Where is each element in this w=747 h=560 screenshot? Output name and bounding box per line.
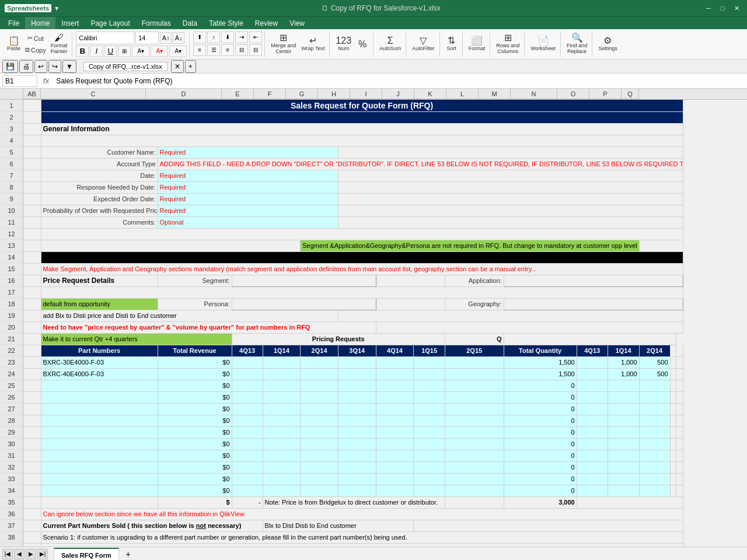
cell-r5-label[interactable]: Customer Name: (41, 146, 158, 158)
cell-r37-ab[interactable] (23, 520, 41, 531)
cell-r16-application-value[interactable] (504, 275, 683, 286)
cell-r24-ab[interactable] (23, 368, 41, 380)
row-num-2[interactable]: 2 (0, 111, 23, 123)
font-size-input[interactable] (135, 32, 159, 44)
cell-r6-value[interactable]: ADDING THIS FIELD - NEED A DROP DOWN "DI… (158, 158, 683, 170)
row-num-18[interactable]: 18 (0, 298, 23, 310)
rows-columns-button[interactable]: ⊞ Rows andColumns (494, 33, 522, 56)
cell-r22-part-num[interactable]: Part Numbers (41, 345, 158, 356)
cell-r24-e1[interactable] (670, 368, 676, 380)
find-replace-button[interactable]: 🔍 Find andReplace (564, 33, 589, 56)
font-shrink-button[interactable]: A↓ (173, 32, 184, 44)
row-num-25[interactable]: 25 (0, 380, 23, 391)
cell-r24-total-qty[interactable]: 1,500 (504, 368, 577, 380)
row-num-10[interactable]: 10 (0, 205, 23, 216)
font-grow-button[interactable]: A↑ (160, 32, 172, 44)
more-qa-button[interactable]: ▼ (62, 60, 76, 73)
justify-button[interactable]: ⊟ (235, 44, 248, 56)
menu-page-layout[interactable]: Page Layout (85, 17, 135, 30)
cell-r22-total-qty[interactable]: Total Quantity (504, 345, 577, 356)
cell-r18-persona-label[interactable]: Persona: (158, 298, 232, 310)
cell-r23-ab[interactable] (23, 356, 41, 368)
row-num-14[interactable]: 14 (0, 251, 23, 263)
underline-button[interactable]: U (104, 46, 117, 57)
align-right-button[interactable]: ≡ (221, 44, 234, 56)
col-header-f[interactable]: F (254, 89, 286, 99)
cell-r10-label[interactable]: Probability of Order with Requested Pric… (41, 205, 158, 216)
menu-data[interactable]: Data (177, 17, 203, 30)
cell-r12-ab[interactable] (23, 228, 41, 240)
cell-r4[interactable] (41, 135, 683, 146)
row-num-5[interactable]: 5 (0, 146, 23, 158)
col-header-h[interactable]: H (318, 89, 350, 99)
cell-r23-e2[interactable] (676, 356, 683, 368)
cell-r22-1q14[interactable]: 1Q14 (263, 345, 301, 356)
col-header-i[interactable]: I (350, 89, 382, 99)
cell-r9-ab[interactable] (23, 193, 41, 205)
current-file-tab[interactable]: Copy of RFQ...rce-v1.xlsx (83, 62, 167, 71)
outdent-button[interactable]: ⇤ (249, 32, 262, 43)
cell-r3-section[interactable]: General Information (41, 123, 683, 135)
cell-r23-4q14[interactable] (376, 356, 414, 368)
menu-review[interactable]: Review (249, 17, 284, 30)
align-left-button[interactable]: ≡ (193, 44, 206, 56)
cell-r5-ab[interactable] (23, 146, 41, 158)
cell-r22-qty-4q13[interactable]: 4Q13 (577, 345, 608, 356)
cell-r7-rest[interactable] (338, 170, 683, 181)
cell-r11-rest[interactable] (338, 216, 683, 228)
row-num-1[interactable]: 1 (0, 100, 23, 111)
row-num-9[interactable]: 9 (0, 193, 23, 205)
cell-r3-ab[interactable] (23, 123, 41, 135)
cell-r23-rev[interactable]: $0 (158, 356, 232, 368)
cell-r39-text[interactable]: Scenario 2: for strategic customers wher… (41, 543, 683, 547)
cell-r24-qty-4q13[interactable] (577, 368, 608, 380)
cell-r24-rev[interactable]: $0 (158, 368, 232, 380)
cell-r23-3q14[interactable] (338, 356, 376, 368)
cell-r21-green-label[interactable]: Make it to current Qtr +4 quarters (41, 333, 232, 345)
autofilter-button[interactable]: ▽ AutoFilter (410, 33, 437, 56)
menu-view[interactable]: View (284, 17, 310, 30)
cut-button[interactable]: ✂ Cut (23, 33, 48, 44)
new-tab-button[interactable]: + (185, 60, 196, 73)
cell-r22-2q15[interactable]: 2Q15 (445, 345, 504, 356)
cell-r35-note[interactable]: Note: Price is from Bridgelux to direct … (263, 496, 445, 508)
cell-r12[interactable] (41, 228, 683, 240)
align-bottom-button[interactable]: ⬇ (221, 32, 234, 43)
menu-table-style[interactable]: Table Style (203, 17, 249, 30)
indent-button[interactable]: ⇥ (235, 32, 248, 43)
cell-r15-note[interactable]: Make Segment, Application and Geography … (41, 263, 683, 275)
menu-home[interactable]: Home (25, 17, 55, 30)
cell-r11-ab[interactable] (23, 216, 41, 228)
cell-r9-value[interactable]: Required (158, 193, 338, 205)
cell-r9-label[interactable]: Expected Order Date: (41, 193, 158, 205)
cell-r9-rest[interactable] (338, 193, 683, 205)
row-num-17[interactable]: 17 (0, 286, 23, 298)
redo-button[interactable]: ↪ (48, 60, 61, 73)
align-justify2-button[interactable]: ⊟ (249, 44, 262, 56)
cell-r20-note[interactable]: Need to have "price request by quarter" … (41, 321, 376, 333)
close-button[interactable]: ✕ (731, 2, 742, 14)
main-grid[interactable]: Sales Request for Quote Form (RFQ) Gener… (23, 100, 747, 547)
add-sheet-button[interactable]: + (123, 550, 134, 559)
cell-r24-4q14[interactable] (376, 368, 414, 380)
cell-r11-label[interactable]: Comments: (41, 216, 158, 228)
align-center-button[interactable]: ☰ (207, 44, 220, 56)
cell-r18-persona-value[interactable] (232, 298, 376, 310)
highlight-button[interactable]: A▾ (169, 46, 187, 57)
font-name-input[interactable] (76, 32, 134, 44)
cell-r38-text[interactable]: Scenario 1: if customer is upgrading to … (41, 531, 683, 543)
cell-r22-extra[interactable] (670, 345, 676, 356)
cell-r23-4q13[interactable] (232, 356, 263, 368)
cell-r4-ab[interactable] (23, 135, 41, 146)
menu-formulas[interactable]: Formulas (136, 17, 177, 30)
cell-r18-geography-value[interactable] (504, 298, 683, 310)
cell-r21-q[interactable]: Q (445, 333, 504, 345)
cell-r24-e2[interactable] (676, 368, 683, 380)
cell-r24-2q14[interactable] (301, 368, 338, 380)
menu-file[interactable]: File (2, 17, 25, 30)
cell-r37-blx[interactable]: Blx to Dist Disti to End customer (263, 520, 414, 531)
row-num-13[interactable]: 13 (0, 240, 23, 251)
cell-r13-rest[interactable] (639, 240, 683, 251)
cell-r24-3q14[interactable] (338, 368, 376, 380)
cell-r21-pricing-label[interactable]: Pricing Requests (232, 333, 445, 345)
